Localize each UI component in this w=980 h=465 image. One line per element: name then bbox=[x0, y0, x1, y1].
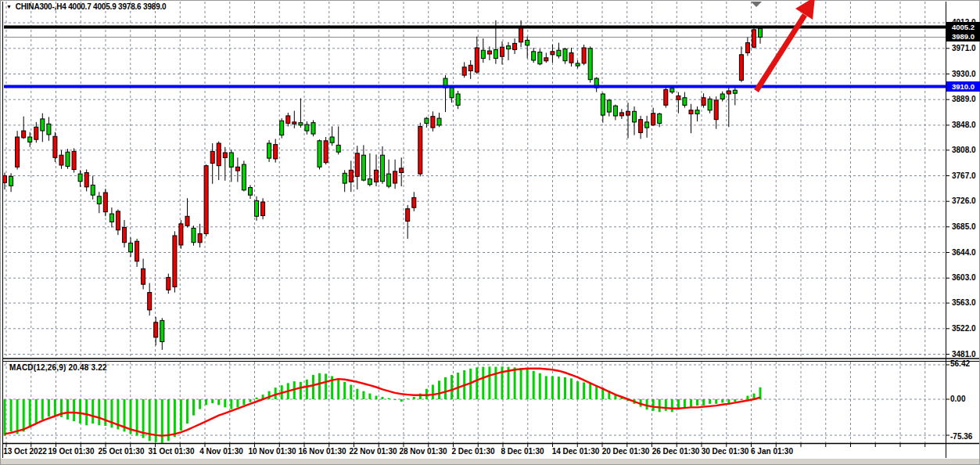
candle bbox=[400, 157, 404, 186]
candle bbox=[645, 116, 649, 138]
candle bbox=[22, 117, 26, 139]
candle bbox=[375, 154, 379, 186]
candle bbox=[66, 149, 70, 169]
candle bbox=[305, 121, 309, 135]
candle bbox=[714, 96, 718, 129]
candle bbox=[330, 127, 334, 146]
candle bbox=[393, 160, 397, 189]
candle bbox=[368, 153, 372, 186]
candle bbox=[752, 25, 756, 49]
candle bbox=[123, 220, 127, 247]
price-badge-4005.2: 4005.2 bbox=[946, 22, 980, 32]
candle bbox=[664, 86, 668, 108]
price-label: 3563.0 bbox=[952, 298, 976, 307]
candle bbox=[249, 185, 253, 199]
candle bbox=[53, 132, 57, 162]
chevron-down-icon[interactable]: ▼ bbox=[6, 4, 12, 9]
symbol-title: ▼CHINA300-,H4 4000.7 4005.9 3978.6 3989.… bbox=[6, 2, 166, 11]
candle bbox=[468, 60, 472, 79]
candle bbox=[274, 139, 278, 162]
candle bbox=[179, 220, 183, 249]
candle bbox=[437, 113, 441, 127]
candle bbox=[9, 173, 13, 192]
trend-arrow[interactable] bbox=[756, 0, 815, 91]
candle bbox=[475, 37, 479, 74]
chart-canvas[interactable] bbox=[0, 0, 980, 465]
candle bbox=[167, 274, 171, 294]
price-label: 3644.0 bbox=[952, 248, 976, 257]
candle bbox=[513, 38, 517, 54]
price-badge-3910.0: 3910.0 bbox=[946, 81, 980, 92]
candle bbox=[72, 148, 76, 172]
candle bbox=[418, 123, 422, 177]
candle bbox=[733, 88, 737, 105]
candle bbox=[739, 46, 743, 82]
chart-window: ▼CHINA300-,H4 4000.7 4005.9 3978.6 3989.… bbox=[0, 0, 980, 465]
candle bbox=[387, 160, 391, 189]
candle bbox=[242, 160, 246, 191]
price-label: 3889.0 bbox=[952, 95, 976, 103]
candle bbox=[551, 45, 555, 63]
candle bbox=[129, 237, 133, 257]
candle bbox=[91, 176, 95, 200]
candle bbox=[481, 38, 485, 63]
candle bbox=[336, 127, 340, 155]
price-label: 3522.0 bbox=[952, 324, 976, 333]
candle bbox=[425, 117, 429, 128]
candle bbox=[507, 42, 511, 60]
price-label: 3726.0 bbox=[952, 196, 976, 205]
candle bbox=[286, 113, 290, 127]
candle bbox=[689, 104, 693, 133]
candle bbox=[267, 140, 271, 162]
candle bbox=[255, 196, 259, 221]
candle bbox=[381, 146, 385, 184]
price-label: 3603.0 bbox=[952, 273, 976, 282]
candle bbox=[318, 139, 321, 169]
symbol-ohlc-text: CHINA300-,H4 4000.7 4005.9 3978.6 3989.0 bbox=[16, 2, 167, 11]
candle bbox=[526, 37, 529, 59]
candle bbox=[412, 192, 416, 211]
date-label: 6 Jan 01:30 bbox=[739, 447, 805, 456]
candle bbox=[349, 160, 353, 192]
candle bbox=[683, 92, 687, 108]
candle bbox=[613, 105, 617, 121]
price-label: 3767.0 bbox=[952, 171, 976, 180]
chart-shift-marker-icon[interactable] bbox=[751, 2, 762, 7]
candle bbox=[588, 46, 592, 82]
candle bbox=[204, 164, 208, 236]
candle bbox=[443, 75, 447, 112]
candle bbox=[343, 170, 346, 192]
candle bbox=[456, 91, 460, 109]
macd-scale-label: 56.42 bbox=[950, 359, 970, 368]
candle bbox=[639, 116, 643, 139]
pane-borders bbox=[2, 2, 979, 458]
candle bbox=[501, 41, 504, 65]
candle bbox=[519, 20, 523, 47]
candle bbox=[745, 38, 749, 56]
candle bbox=[185, 198, 189, 227]
candle bbox=[109, 207, 113, 228]
candle bbox=[759, 27, 763, 44]
horizontal-gridlines bbox=[4, 23, 946, 435]
candle bbox=[576, 60, 580, 68]
candle bbox=[355, 146, 359, 189]
candle bbox=[532, 48, 536, 63]
macd-scale-label: 0.00 bbox=[950, 395, 965, 403]
candle bbox=[702, 93, 705, 107]
macd-histogram bbox=[4, 366, 762, 443]
candle bbox=[217, 142, 221, 180]
candle bbox=[601, 92, 605, 122]
candle bbox=[431, 111, 435, 132]
candles-layer bbox=[3, 20, 763, 350]
candle bbox=[299, 99, 303, 128]
candle bbox=[607, 99, 611, 116]
candle bbox=[538, 49, 542, 66]
candle bbox=[148, 283, 152, 316]
candle bbox=[462, 62, 466, 78]
candle bbox=[727, 86, 731, 127]
candle bbox=[563, 48, 567, 64]
price-badge-3989.0: 3989.0 bbox=[946, 31, 980, 41]
candle bbox=[210, 143, 214, 184]
candle bbox=[97, 192, 101, 213]
price-label: 3685.0 bbox=[952, 222, 976, 231]
